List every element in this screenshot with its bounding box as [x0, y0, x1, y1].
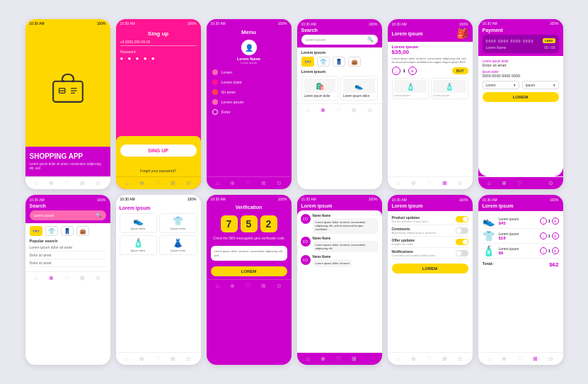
grid-item-3[interactable]: 🧴 Ipsum dolor [120, 235, 158, 255]
search-bar-7[interactable]: Lorem ipsum 🔍 [30, 210, 106, 220]
nav-9-2[interactable]: ⊕ [230, 283, 235, 289]
nav-7-4[interactable]: ⊞ [80, 275, 85, 281]
nav-12-2[interactable]: ⊕ [502, 356, 507, 362]
nav-5-3[interactable]: ♡ [427, 180, 432, 186]
menu-item-4[interactable]: Lorem ipsum [207, 97, 292, 107]
nav-12-1[interactable]: ⌂ [488, 356, 491, 362]
search-bar-4[interactable]: Lorem ipsum 🔍 [301, 35, 378, 45]
nav-11-4[interactable]: ⊞ [442, 356, 447, 362]
code-digit-3[interactable]: 2 [260, 215, 277, 232]
select-month[interactable]: Lorem ▾ [483, 81, 519, 89]
verify-confirm-button[interactable]: LOREM [211, 266, 287, 276]
select-year[interactable]: Ipsum ▾ [522, 81, 559, 89]
search-item-3[interactable]: Dolor sit amet [30, 261, 106, 267]
menu-item-3[interactable]: Sit amet [207, 87, 292, 97]
nav-heart-1[interactable]: ♡ [64, 180, 69, 186]
search-input-4[interactable]: Lorem ipsum [306, 38, 365, 42]
grid-item-2[interactable]: 👕 Ipsum dolor [159, 213, 197, 233]
cat-glasses[interactable]: 👓 [301, 57, 314, 67]
nav-7-5[interactable]: ⊙ [96, 275, 100, 281]
nav-12-5[interactable]: ⊙ [548, 356, 553, 362]
menu-item-2[interactable]: Lorem dolor [207, 77, 292, 87]
nav-6-5[interactable]: ⊙ [548, 180, 553, 186]
nav-11-5[interactable]: ⊙ [458, 356, 463, 362]
toggle-2[interactable] [456, 227, 468, 234]
nav-9-1[interactable]: ⌂ [216, 283, 219, 289]
nav-3-4[interactable]: ⊞ [261, 180, 266, 186]
nav-heart-2[interactable]: ♡ [155, 180, 160, 186]
nav-6-2[interactable]: ⊕ [502, 180, 507, 186]
toggle-4[interactable] [456, 250, 468, 256]
toggle-3[interactable] [456, 239, 468, 245]
qty-plus-1[interactable]: + [552, 218, 559, 225]
nav-8-4[interactable]: ⊞ [171, 356, 175, 362]
nav-5-4[interactable]: ⊞ [442, 180, 447, 186]
search-item-1[interactable]: Lorem ipsum dolor sit amet [30, 245, 106, 252]
grid-item-1[interactable]: 👟 Ipsum dolor [120, 213, 158, 233]
search-item-2[interactable]: Dolor sit amet [30, 253, 106, 259]
nav-12-3[interactable]: ♡ [517, 356, 522, 362]
signup-button[interactable]: SING UP [120, 145, 197, 157]
forgot-password-link[interactable]: Forgot your password? [120, 169, 197, 173]
cat-bag2[interactable]: 👜 [348, 57, 361, 67]
cat-glasses-2[interactable]: 👓 [30, 226, 42, 236]
nav-5-2[interactable]: ⊕ [411, 180, 416, 186]
nav-3-2[interactable]: ⊕ [230, 180, 235, 186]
nav-6-1[interactable]: ⌂ [488, 180, 491, 186]
nav-home-1[interactable]: ⌂ [35, 180, 38, 186]
nav-9-5[interactable]: ⊙ [277, 283, 282, 289]
qty-minus-btn[interactable]: - [392, 67, 400, 75]
nav-11-3[interactable]: ♡ [427, 356, 432, 362]
nav-5-1[interactable]: ⌂ [397, 180, 400, 186]
qty-plus-3[interactable]: + [552, 247, 559, 254]
nav-4-5[interactable]: ⊙ [367, 107, 372, 113]
qty-minus-2[interactable]: - [540, 232, 547, 239]
qty-minus-3[interactable]: - [540, 247, 547, 254]
nav-4-3[interactable]: ♡ [336, 107, 341, 113]
nav-10-5[interactable]: ⊙ [367, 356, 372, 362]
nav-cart-2[interactable]: ⊞ [171, 180, 175, 186]
menu-item-1[interactable]: Lorem [207, 67, 292, 77]
nav-4-4[interactable]: ⊞ [352, 107, 357, 113]
cat-bag-2[interactable]: 👜 [76, 226, 89, 236]
nav-cart-1[interactable]: ⊞ [80, 180, 85, 186]
thumb-2[interactable]: 🧴 Lorem ipsum [431, 78, 468, 99]
nav-search-2[interactable]: ⊕ [139, 180, 144, 186]
nav-6-3[interactable]: ♡ [517, 180, 522, 186]
nav-7-1[interactable]: ⌂ [35, 275, 38, 281]
toggle-1[interactable] [456, 216, 468, 222]
nav-10-3[interactable]: ♡ [336, 356, 341, 362]
nav-12-4[interactable]: ⊞ [533, 356, 538, 362]
nav-11-1[interactable]: ⌂ [397, 356, 400, 362]
nav-4-1[interactable]: ⌂ [306, 107, 310, 113]
grid-item-4[interactable]: 👗 Ipsum dolor [159, 235, 197, 255]
nav-user-1[interactable]: ⊙ [96, 180, 100, 186]
nav-8-5[interactable]: ⊙ [186, 356, 191, 362]
nav-8-1[interactable]: ⌂ [125, 356, 129, 362]
nav-3-3[interactable]: ♡ [246, 180, 250, 186]
nav-3-5[interactable]: ⊙ [277, 180, 282, 186]
code-digit-1[interactable]: 7 [221, 215, 238, 232]
cat-pants[interactable]: 👖 [333, 57, 345, 67]
nav-10-4[interactable]: ⊞ [352, 356, 357, 362]
qty-plus-btn[interactable]: + [408, 67, 417, 75]
nav-9-4[interactable]: ⊞ [261, 283, 266, 289]
nav-11-2[interactable]: ⊕ [411, 356, 416, 362]
nav-9-3[interactable]: ♡ [246, 283, 250, 289]
search-input-7[interactable]: Lorem ipsum [34, 213, 93, 218]
nav-user-2[interactable]: ⊙ [186, 180, 191, 186]
nav-8-3[interactable]: ♡ [155, 356, 160, 362]
buy-button[interactable]: BUY [452, 67, 468, 74]
code-digit-2[interactable]: 5 [241, 215, 258, 232]
nav-home-2[interactable]: ⌂ [125, 180, 129, 186]
qty-plus-2[interactable]: + [552, 232, 559, 239]
cat-pants-2[interactable]: 👖 [61, 226, 74, 236]
nav-10-2[interactable]: ⊕ [321, 356, 325, 362]
product-card-1[interactable]: 🛍️ Lorem ipsum dolor [301, 76, 339, 101]
menu-item-5[interactable]: Dolor [207, 107, 292, 117]
nav-10-1[interactable]: ⌂ [306, 356, 310, 362]
payment-confirm-button[interactable]: LOREM [483, 92, 559, 102]
cat-shirt-2[interactable]: 👕 [45, 226, 58, 236]
thumb-1[interactable]: 🧴 Lorem ipsum [392, 78, 430, 99]
qty-minus-1[interactable]: - [540, 218, 547, 225]
